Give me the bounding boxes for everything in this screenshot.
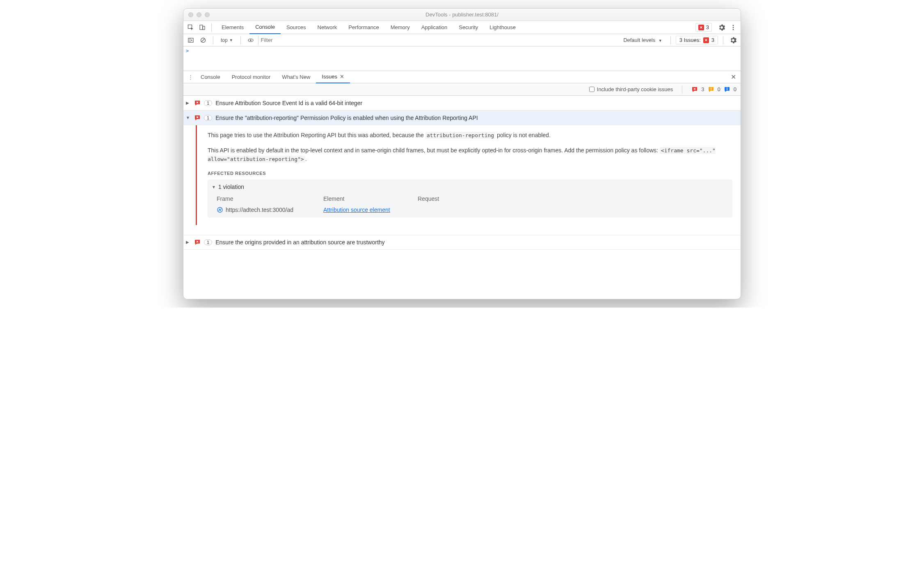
affected-resources-heading: AFFECTED RESOURCES: [208, 170, 732, 177]
console-filter-input[interactable]: [258, 36, 618, 45]
issue-details: This page tries to use the Attribution R…: [196, 125, 741, 225]
issue-title: Ensure the origins provided in an attrib…: [215, 239, 384, 246]
svg-rect-1: [200, 25, 203, 30]
kebab-menu-icon[interactable]: [728, 23, 738, 32]
error-icon: [194, 100, 201, 106]
divider: [723, 36, 723, 44]
live-expression-icon[interactable]: [246, 35, 256, 45]
checkbox-label: Include third-party cookie issues: [597, 86, 673, 92]
drawer-tab-console[interactable]: Console: [195, 71, 226, 83]
tab-elements[interactable]: Elements: [216, 21, 249, 34]
tab-network[interactable]: Network: [312, 21, 343, 34]
drawer-tab-whats-new[interactable]: What's New: [276, 71, 316, 83]
svg-rect-2: [203, 26, 205, 30]
svg-rect-14: [727, 88, 727, 90]
issue-count-badge: 1: [204, 100, 212, 106]
svg-point-11: [250, 39, 252, 41]
tab-memory[interactable]: Memory: [385, 21, 416, 34]
close-tab-icon[interactable]: ✕: [340, 74, 344, 80]
error-count: 3: [706, 24, 709, 30]
issue-description-2: This API is enabled by default in the to…: [208, 146, 732, 163]
error-count: 3: [701, 86, 704, 92]
info-icon: [724, 86, 730, 93]
divider: [670, 36, 671, 44]
issue-counts: 3 0 0: [691, 86, 736, 93]
context-label: top: [221, 37, 228, 43]
collapse-icon: ▼: [186, 115, 191, 120]
log-levels-selector[interactable]: Default levels ▼: [620, 37, 666, 43]
svg-line-9: [202, 39, 205, 41]
issue-row[interactable]: ▼ 1 Ensure the "attribution-reporting" P…: [183, 110, 741, 125]
warning-icon: [708, 86, 714, 93]
tab-application[interactable]: Application: [416, 21, 453, 34]
issues-label: 3 Issues:: [679, 37, 701, 43]
svg-rect-13: [711, 90, 711, 90]
issue-row[interactable]: ▶ 1 Ensure the origins provided in an at…: [183, 235, 741, 250]
tab-lighthouse[interactable]: Lighthouse: [484, 21, 521, 34]
clear-console-icon[interactable]: [198, 35, 208, 45]
tab-security[interactable]: Security: [453, 21, 484, 34]
third-party-cookie-checkbox[interactable]: Include third-party cookie issues: [589, 86, 673, 92]
tab-performance[interactable]: Performance: [343, 21, 384, 34]
error-count-badge[interactable]: ✕ 3: [695, 23, 712, 32]
issues-indicator[interactable]: 3 Issues: ✕ 3: [676, 36, 718, 44]
console-toolbar: top ▼ Default levels ▼ 3 Issues: ✕ 3: [183, 34, 741, 46]
expand-icon: ▶: [186, 101, 191, 105]
col-frame: Frame: [217, 195, 315, 203]
issue-description-1: This page tries to use the Attribution R…: [208, 131, 732, 140]
element-link[interactable]: Attribution source element: [323, 206, 409, 214]
console-prompt: >: [186, 48, 189, 54]
console-output[interactable]: >: [183, 46, 741, 71]
sidebar-toggle-icon[interactable]: [186, 35, 196, 45]
chevron-down-icon: ▼: [229, 38, 233, 42]
warning-count: 0: [718, 86, 720, 92]
device-toolbar-icon[interactable]: [197, 23, 207, 32]
drawer-tab-protocol-monitor[interactable]: Protocol monitor: [226, 71, 277, 83]
settings-icon[interactable]: [717, 23, 727, 32]
panel-tabs: Elements Console Sources Network Perform…: [216, 21, 521, 34]
checkbox-input[interactable]: [589, 87, 595, 92]
issue-count-badge: 1: [204, 115, 212, 121]
affected-resources-panel: ▼ 1 violation Frame Element Request http…: [208, 179, 732, 218]
close-drawer-icon[interactable]: ✕: [728, 73, 738, 81]
request-cell: [418, 206, 728, 214]
error-icon: [194, 115, 201, 121]
code-snippet: attribution-reporting: [425, 132, 495, 139]
issues-toolbar: Include third-party cookie issues 3 0 0: [183, 83, 741, 96]
expand-icon: ▶: [186, 240, 191, 244]
frame-icon: [217, 207, 223, 213]
window-title: DevTools - publisher.test:8081/: [183, 11, 741, 18]
inspect-element-icon[interactable]: [186, 23, 196, 32]
drawer-kebab-icon[interactable]: ⋮: [186, 74, 195, 80]
violation-toggle[interactable]: ▼ 1 violation: [212, 183, 728, 191]
info-count: 0: [734, 86, 736, 92]
divider: [240, 36, 241, 44]
empty-area: [183, 250, 741, 299]
divider: [211, 23, 212, 32]
issue-row[interactable]: ▶ 1 Ensure Attribution Source Event Id i…: [183, 96, 741, 110]
error-icon: [194, 239, 201, 246]
col-request: Request: [418, 195, 728, 203]
error-icon: ✕: [698, 25, 704, 30]
divider: [213, 36, 213, 44]
devtools-window: DevTools - publisher.test:8081/ Elements…: [183, 8, 741, 299]
console-settings-icon[interactable]: [728, 35, 738, 45]
drawer-tab-issues[interactable]: Issues ✕: [316, 71, 350, 83]
tab-console[interactable]: Console: [249, 21, 281, 34]
error-icon: ✕: [703, 37, 709, 43]
collapse-icon: ▼: [212, 184, 216, 190]
svg-rect-6: [188, 38, 193, 42]
drawer-tabbar: ⋮ Console Protocol monitor What's New Is…: [183, 71, 741, 83]
error-icon: [691, 86, 698, 93]
issues-count: 3: [711, 37, 714, 43]
drawer-tab-issues-label: Issues: [322, 74, 337, 80]
svg-point-3: [733, 25, 734, 26]
col-element: Element: [323, 195, 409, 203]
issue-title: Ensure the "attribution-reporting" Permi…: [215, 115, 478, 121]
context-selector[interactable]: top ▼: [218, 37, 236, 43]
violation-count-label: 1 violation: [218, 183, 244, 191]
tab-sources[interactable]: Sources: [281, 21, 312, 34]
divider: [682, 85, 682, 94]
affected-grid: Frame Element Request https://adtech.tes…: [212, 195, 728, 214]
frame-cell[interactable]: https://adtech.test:3000/ad: [217, 206, 315, 214]
